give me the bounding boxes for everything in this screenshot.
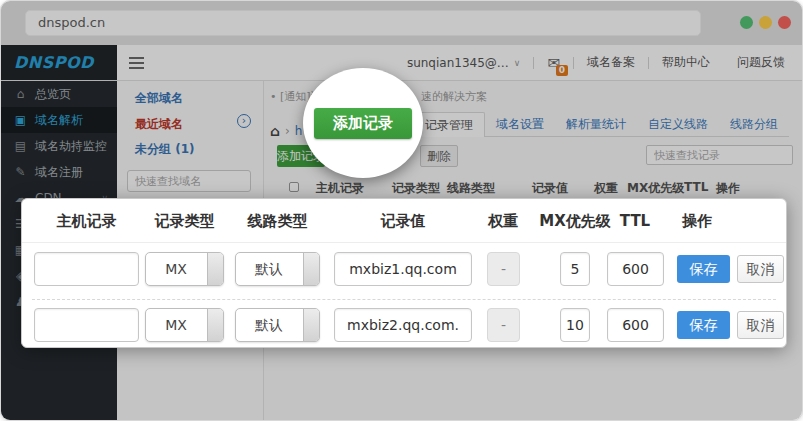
record-row-2: MX 默认 - 保存 取消: [22, 308, 786, 344]
type-select[interactable]: MX: [145, 252, 224, 286]
traffic-light-yellow[interactable]: [759, 16, 772, 29]
row-divider: [32, 299, 776, 300]
browser-window: dnspod.cn DNSPOD sunqian1345@… ∨ ✉ 0 域名备…: [0, 0, 803, 421]
mx-priority-input[interactable]: [560, 252, 590, 286]
line-select-value: 默认: [236, 253, 302, 285]
value-input[interactable]: [334, 308, 472, 342]
type-select-value: MX: [146, 309, 206, 341]
popup-header-row: 主机记录 记录类型 线路类型 记录值 权重 MX优先级 TTL 操作: [22, 199, 786, 243]
save-button[interactable]: 保存: [677, 255, 730, 283]
type-select[interactable]: MX: [145, 308, 224, 342]
host-input[interactable]: [34, 308, 139, 342]
weight-disabled-field: -: [487, 308, 520, 342]
line-select[interactable]: 默认: [235, 252, 320, 286]
line-select-value: 默认: [236, 309, 302, 341]
popup-col-host: 主机记录: [34, 199, 139, 243]
host-input[interactable]: [34, 252, 139, 286]
save-button[interactable]: 保存: [677, 311, 730, 339]
popup-col-type: 记录类型: [145, 199, 224, 243]
weight-disabled-field: -: [487, 252, 520, 286]
select-grip-icon: [303, 253, 319, 285]
ttl-input[interactable]: [607, 308, 664, 342]
type-select-value: MX: [146, 253, 206, 285]
select-grip-icon: [207, 309, 223, 341]
line-select[interactable]: 默认: [235, 308, 320, 342]
record-row-1: MX 默认 - 保存 取消: [22, 252, 786, 288]
cancel-button[interactable]: 取消: [737, 311, 784, 339]
browser-chrome: dnspod.cn: [1, 1, 802, 45]
select-grip-icon: [207, 253, 223, 285]
popup-col-action: 操作: [662, 199, 732, 243]
traffic-light-red[interactable]: [778, 16, 791, 29]
add-record-button-magnified[interactable]: 添加记录: [314, 108, 412, 139]
callout-circle: 添加记录: [303, 68, 423, 178]
mx-priority-input[interactable]: [560, 308, 590, 342]
cancel-button[interactable]: 取消: [737, 255, 784, 283]
address-bar[interactable]: dnspod.cn: [25, 10, 701, 36]
popup-col-value: 记录值: [334, 199, 472, 243]
popup-col-ttl: TTL: [600, 199, 670, 243]
record-edit-popup: 主机记录 记录类型 线路类型 记录值 权重 MX优先级 TTL 操作 MX 默认…: [21, 198, 787, 348]
traffic-light-green[interactable]: [740, 16, 753, 29]
value-input[interactable]: [334, 252, 472, 286]
popup-col-line: 线路类型: [235, 199, 320, 243]
ttl-input[interactable]: [607, 252, 664, 286]
select-grip-icon: [303, 309, 319, 341]
